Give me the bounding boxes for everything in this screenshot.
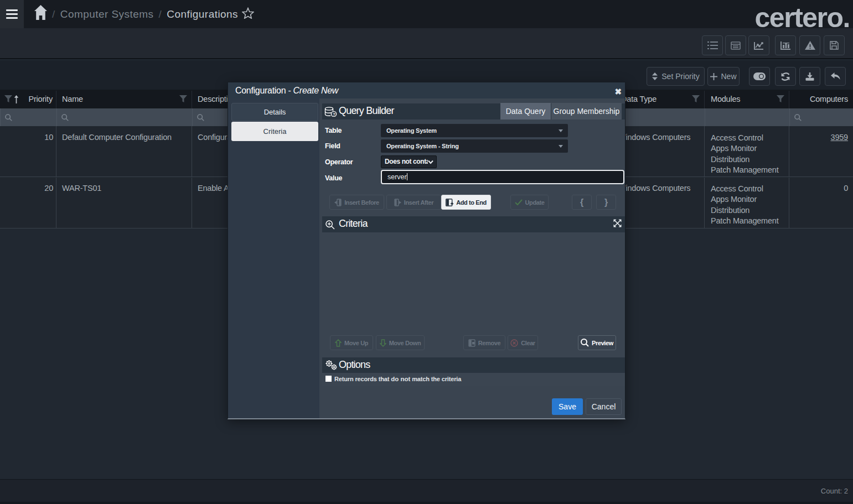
svg-text:?: ?: [333, 112, 335, 117]
